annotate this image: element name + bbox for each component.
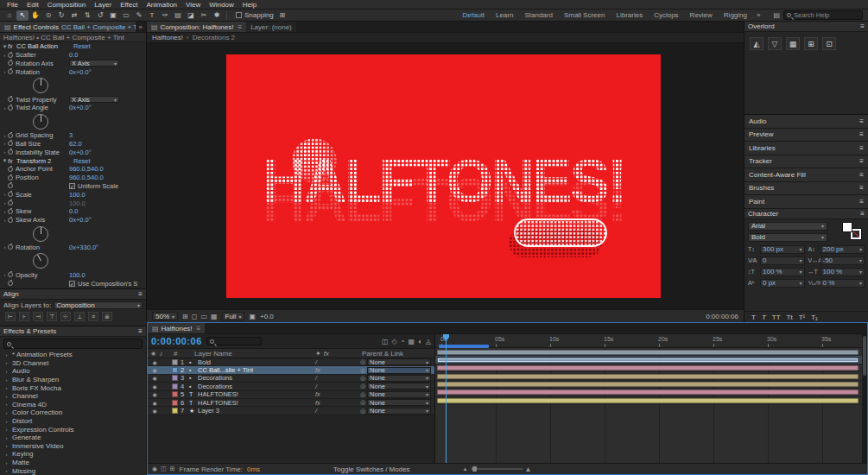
property-value[interactable]: 100.0 xyxy=(69,200,86,207)
twirl-icon[interactable]: › xyxy=(3,360,10,365)
property-value[interactable]: 100.0 xyxy=(69,191,86,199)
parent-dropdown[interactable]: None▾ xyxy=(367,367,431,374)
panel-header-audio[interactable]: Audio≡ xyxy=(744,115,868,129)
graph-editor-icon[interactable]: ◬ xyxy=(426,338,431,345)
breadcrumb-current-comp[interactable]: Halftones! xyxy=(152,34,183,41)
twirl-icon[interactable]: ▼ xyxy=(2,44,8,49)
panel-menu-icon[interactable]: ≡ xyxy=(859,117,864,125)
layer-row-1[interactable]: ◉1▪Bold/◎None▾ xyxy=(148,358,434,366)
panel-menu-icon[interactable]: ≡ xyxy=(859,130,864,138)
menu-layer[interactable]: Layer xyxy=(90,1,116,9)
twirl-icon[interactable]: › xyxy=(3,402,10,407)
home-tool[interactable]: ⌂ xyxy=(3,10,16,21)
mask-shape-tool[interactable]: ▭ xyxy=(120,10,132,21)
tracking-field[interactable]: V↔A-50▾ xyxy=(808,256,865,265)
panel-menu-icon[interactable]: ≡ xyxy=(859,157,864,165)
parent-dropdown[interactable]: None▾ xyxy=(367,399,431,406)
layer-number-column[interactable]: # xyxy=(172,350,194,358)
transparency-grid-icon[interactable]: ▦ xyxy=(211,313,218,320)
panel-menu-icon[interactable]: ≡ xyxy=(859,184,864,192)
layer-switches[interactable]: / xyxy=(315,374,360,382)
current-time-field[interactable]: 0:00:00:06 xyxy=(151,336,202,346)
more-tabs-icon[interactable]: » xyxy=(136,22,146,32)
preset-category-cinema-4d[interactable]: ›Cinema 4D xyxy=(0,401,146,409)
layer-label-color[interactable] xyxy=(172,383,178,390)
layer-label-color[interactable] xyxy=(172,391,178,397)
parent-dropdown[interactable]: None▾ xyxy=(367,358,431,365)
menu-window[interactable]: Window xyxy=(205,1,238,9)
align-target-dropdown[interactable]: Composition ▾ xyxy=(54,301,143,309)
twirl-icon[interactable]: › xyxy=(3,377,10,383)
pickwhip-icon[interactable]: ◎ xyxy=(360,391,365,398)
menu-composition[interactable]: Composition xyxy=(43,1,90,9)
visibility-eye-icon[interactable]: ◉ xyxy=(148,400,162,406)
stopwatch-icon[interactable] xyxy=(8,272,13,277)
dial-icon[interactable] xyxy=(33,253,48,269)
type-tool[interactable]: T xyxy=(146,10,158,21)
layer-switches[interactable]: / xyxy=(315,407,360,415)
visibility-eye-icon[interactable]: ◉ xyxy=(148,367,162,373)
composition-viewport[interactable]: HALFTONES! HALFTONES! xyxy=(147,43,744,309)
resolution-dropdown[interactable]: Full ▾ xyxy=(222,312,245,320)
frame-blending-icon[interactable]: ▦ xyxy=(408,338,415,345)
layer-label-color[interactable] xyxy=(172,400,178,406)
panel-menu-icon[interactable]: ≡ xyxy=(859,144,864,152)
dial-icon[interactable] xyxy=(33,78,48,93)
layer-row-7[interactable]: ◉7★Layer 3/◎None▾ xyxy=(148,407,434,415)
dolly-camera-tool[interactable]: ⇅ xyxy=(81,10,93,21)
parent-dropdown[interactable]: None▾ xyxy=(367,408,431,415)
preset-category-audio[interactable]: ›Audio xyxy=(0,367,146,376)
rotation-tool[interactable]: ↺ xyxy=(94,10,106,21)
property-value[interactable]: 0x+0.0° xyxy=(69,104,92,111)
align-horizontal-center-icon[interactable]: ⊦ xyxy=(19,312,29,321)
twirl-icon[interactable]: › xyxy=(2,209,8,214)
rotation-dial[interactable] xyxy=(0,112,146,131)
preset-category-blur-sharpen[interactable]: ›Blur & Sharpen xyxy=(0,376,146,384)
property-value[interactable]: 960.0,540.0 xyxy=(69,174,104,181)
stopwatch-icon[interactable] xyxy=(8,133,13,138)
twirl-icon[interactable]: › xyxy=(2,192,8,197)
vertical-scale-field[interactable]: ↕T100 %▾ xyxy=(748,268,805,276)
leading-field[interactable]: A↕200 px▾ xyxy=(808,245,865,254)
stopwatch-icon[interactable] xyxy=(8,200,13,206)
panel-header-preview[interactable]: Preview≡ xyxy=(744,129,868,142)
workspace-learn[interactable]: Learn xyxy=(491,11,518,19)
pickwhip-icon[interactable]: ◎ xyxy=(360,358,365,365)
eraser-tool[interactable]: ◪ xyxy=(185,10,197,21)
rotation-axis-dropdown[interactable]: X Axis▾ xyxy=(69,60,119,66)
fill-color-swatch[interactable] xyxy=(842,222,852,232)
font-family-dropdown[interactable]: Arial ▾ xyxy=(748,222,827,231)
layer-name[interactable]: HALFTONES! xyxy=(198,399,315,407)
twirl-icon[interactable]: › xyxy=(3,460,10,466)
visibility-eye-icon[interactable]: ◉ xyxy=(148,359,162,365)
snapping-checkbox[interactable] xyxy=(236,12,242,18)
checkbox-uniform-scale[interactable]: ✓ xyxy=(69,183,75,189)
stopwatch-icon[interactable] xyxy=(8,183,13,188)
hand-tool[interactable]: ✋ xyxy=(29,10,41,21)
workspace-default[interactable]: Default xyxy=(458,11,490,19)
twirl-icon[interactable]: › xyxy=(3,369,10,374)
twirl-icon[interactable]: › xyxy=(3,468,10,473)
align-vertical-center-icon[interactable]: ⊹ xyxy=(60,312,71,321)
panel-menu-icon[interactable]: ≡ xyxy=(138,327,143,335)
region-of-interest-icon[interactable]: ▭ xyxy=(200,313,207,320)
preset-category-channel[interactable]: ›Channel xyxy=(0,392,146,401)
menu-file[interactable]: File xyxy=(3,1,22,9)
stopwatch-icon[interactable] xyxy=(8,244,13,250)
parent-dropdown[interactable]: None▾ xyxy=(367,391,431,398)
zoom-out-icon[interactable]: ▲ xyxy=(463,466,468,472)
tsume-value[interactable]: 0 % xyxy=(823,279,835,287)
align-right-icon[interactable]: ⊣ xyxy=(33,312,43,321)
live-update-icon[interactable]: ◉ xyxy=(152,466,157,472)
preset-category-generate[interactable]: ›Generate xyxy=(0,434,146,442)
help-search-input[interactable] xyxy=(794,11,859,19)
effects-column-icon[interactable]: fx xyxy=(324,350,329,358)
panel-menu-icon[interactable]: ≡ xyxy=(197,325,201,332)
stopwatch-icon[interactable] xyxy=(8,97,13,102)
pickwhip-icon[interactable]: ◎ xyxy=(360,399,365,406)
font-size-value[interactable]: 300 px xyxy=(763,245,783,253)
stopwatch-icon[interactable] xyxy=(8,167,13,172)
help-search[interactable] xyxy=(783,10,863,20)
magnification-dropdown[interactable]: 50% ▾ xyxy=(152,312,178,320)
layer-switches[interactable]: / xyxy=(315,383,360,390)
